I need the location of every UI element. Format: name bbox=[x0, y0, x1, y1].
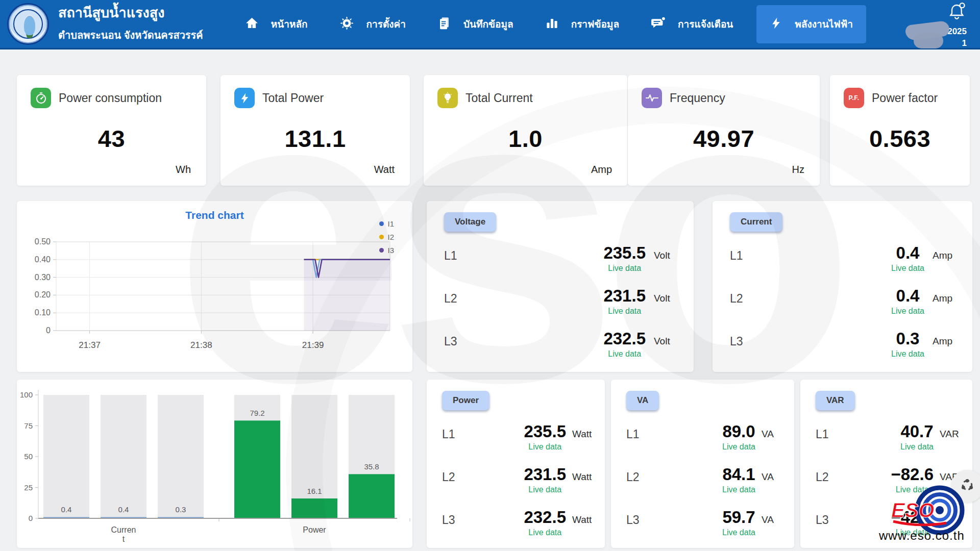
current-badge[interactable]: Current bbox=[730, 212, 782, 232]
phase-label: L1 bbox=[626, 422, 659, 441]
current-row-l1: L1 0.4Live data Amp bbox=[730, 244, 964, 287]
live-data-label: Live data bbox=[900, 442, 934, 452]
phase-value: 235.5 bbox=[603, 244, 646, 262]
gear-icon bbox=[339, 16, 354, 33]
nav-item-label: พลังงานไฟฟ้า bbox=[795, 16, 853, 32]
nav-item-label: บันทึกข้อมูล bbox=[463, 16, 513, 32]
trend-line-chart: 00.100.200.300.400.5021:3721:3821:39 bbox=[23, 223, 401, 369]
var-row-l1: L1 40.7Live data VAR bbox=[816, 422, 967, 465]
unit-label: Watt bbox=[572, 422, 600, 440]
unit-label: Volt bbox=[654, 244, 685, 261]
power-row-l3: L3 232.5Live data Watt bbox=[442, 508, 600, 551]
card-value: 0.563 bbox=[830, 124, 970, 153]
svg-text:16.1: 16.1 bbox=[307, 487, 322, 495]
smudge-blob bbox=[914, 33, 943, 48]
va-row-l2: L2 84.1Live data VA bbox=[626, 465, 789, 508]
voltage-panel: Voltage L1 235.5Live data Volt L2 231.5L… bbox=[427, 201, 694, 372]
va-panel: VA L1 89.0Live data VA L2 84.1Live data … bbox=[611, 380, 794, 548]
va-badge[interactable]: VA bbox=[626, 391, 659, 410]
svg-text:100: 100 bbox=[20, 390, 33, 399]
svg-text:21:37: 21:37 bbox=[79, 340, 101, 350]
nav-item-home[interactable]: หน้าหลัก bbox=[237, 9, 316, 39]
current-panel: Current L1 0.4Live data Amp L2 0.4Live d… bbox=[713, 201, 972, 372]
var-badge[interactable]: VAR bbox=[816, 391, 855, 410]
phase-value: −82.6 bbox=[891, 465, 934, 484]
stat-cards-row: Power consumption 43 Wh Total Power 131.… bbox=[17, 75, 972, 186]
svg-text:0.20: 0.20 bbox=[35, 290, 51, 299]
card-unit: Watt bbox=[374, 164, 395, 176]
va-row-l1: L1 89.0Live data VA bbox=[626, 422, 789, 465]
phase-value: 0.3 bbox=[896, 330, 920, 348]
unit-label: Volt bbox=[654, 330, 685, 347]
unit-label: VA bbox=[762, 508, 789, 525]
voltage-row-l3: L3 232.5Live data Volt bbox=[444, 330, 685, 372]
live-data-label: Live data bbox=[528, 442, 561, 452]
nav-item-alerts[interactable]: การแจ้งเตือน bbox=[643, 9, 741, 39]
bulb-icon bbox=[437, 88, 458, 108]
svg-text:0: 0 bbox=[46, 326, 51, 335]
nav-item-graphs[interactable]: กราฟข้อมูล bbox=[537, 9, 627, 39]
live-data-label: Live data bbox=[891, 264, 924, 273]
va-row-l3: L3 59.7Live data VA bbox=[626, 508, 789, 551]
phase-value: 231.5 bbox=[603, 287, 646, 305]
card-title: Total Current bbox=[465, 91, 533, 105]
phase-label: L1 bbox=[816, 422, 848, 441]
svg-text:Power: Power bbox=[303, 525, 326, 534]
svg-text:0.4: 0.4 bbox=[61, 505, 72, 514]
svg-text:50: 50 bbox=[24, 452, 33, 461]
phase-label: L2 bbox=[626, 465, 659, 484]
middle-row: Trend chart I1I2I3 00.100.200.300.400.50… bbox=[17, 201, 972, 372]
eso-logo-text: ESO bbox=[891, 499, 934, 521]
pf-icon: P.F. bbox=[844, 88, 864, 108]
document-icon bbox=[437, 16, 451, 32]
nav-item-label: การแจ้งเตือน bbox=[678, 16, 733, 32]
live-data-label: Live data bbox=[722, 528, 755, 537]
current-row-l2: L2 0.4Live data Amp bbox=[730, 287, 964, 330]
phase-label: L3 bbox=[730, 330, 763, 348]
phase-value: 0.4 bbox=[896, 244, 920, 262]
voltage-row-l2: L2 231.5Live data Volt bbox=[444, 287, 685, 330]
datetime: 2025 1 bbox=[911, 26, 967, 48]
card-unit: Wh bbox=[176, 164, 191, 176]
phase-label: L3 bbox=[442, 508, 475, 527]
live-data-label: Live data bbox=[891, 349, 924, 359]
card-power-factor: P.F. Power factor 0.563 bbox=[830, 75, 970, 186]
phase-label: L2 bbox=[730, 287, 763, 306]
live-data-label: Live data bbox=[891, 307, 924, 316]
power-row-l1: L1 235.5Live data Watt bbox=[442, 422, 600, 465]
phase-label: L3 bbox=[444, 330, 477, 348]
nav-item-energy[interactable]: พลังงานไฟฟ้า bbox=[756, 5, 866, 43]
power-badge[interactable]: Power bbox=[442, 391, 489, 410]
gauge-icon bbox=[31, 88, 51, 108]
phase-value: 59.7 bbox=[722, 508, 755, 527]
unit-label: Amp bbox=[933, 287, 964, 304]
phase-label: L1 bbox=[442, 422, 475, 441]
power-panel: Power L1 235.5Live data Watt L2 231.5Liv… bbox=[427, 380, 605, 548]
card-unit: Hz bbox=[792, 164, 804, 176]
card-value: 1.0 bbox=[424, 124, 627, 153]
live-data-label: Live data bbox=[608, 264, 641, 273]
card-title: Power consumption bbox=[59, 91, 162, 105]
phase-label: L2 bbox=[816, 465, 848, 484]
phase-value: 232.5 bbox=[603, 330, 646, 348]
bar-chart-card: 02550751000.40.40.3Current79.216.135.8Po… bbox=[17, 380, 412, 548]
nav-item-settings[interactable]: การตั้งค่า bbox=[331, 9, 414, 40]
phase-value: 232.5 bbox=[524, 508, 566, 527]
phase-value: 235.5 bbox=[524, 422, 566, 441]
nav-item-records[interactable]: บันทึกข้อมูล bbox=[429, 9, 522, 39]
phase-label: L3 bbox=[626, 508, 659, 527]
unit-label: VA bbox=[762, 422, 789, 440]
voltage-badge[interactable]: Voltage bbox=[444, 212, 496, 232]
live-data-label: Live data bbox=[722, 485, 755, 494]
bell-icon[interactable] bbox=[947, 1, 967, 23]
card-value: 43 bbox=[17, 124, 206, 153]
svg-text:21:39: 21:39 bbox=[302, 340, 324, 350]
nav-menu: หน้าหลัก การตั้งค่า บันทึกข้อมูล กราฟข้อ… bbox=[237, 0, 866, 48]
card-total-current: Total Current 1.0 Amp bbox=[424, 75, 627, 186]
phase-label: L3 bbox=[816, 508, 848, 527]
phase-value: 89.0 bbox=[722, 422, 755, 441]
card-unit: Amp bbox=[591, 164, 612, 176]
unit-label: Amp bbox=[933, 244, 964, 261]
phase-label: L2 bbox=[442, 465, 475, 484]
svg-text:0.40: 0.40 bbox=[35, 255, 51, 264]
